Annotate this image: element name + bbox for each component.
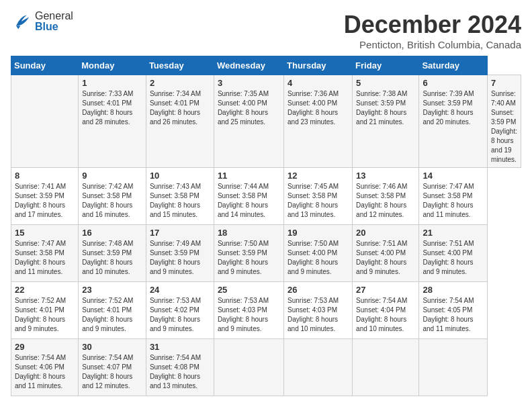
- table-cell: 22Sunrise: 7:52 AM Sunset: 4:01 PM Dayli…: [11, 282, 79, 339]
- table-cell: 21Sunrise: 7:51 AM Sunset: 4:00 PM Dayli…: [419, 225, 488, 282]
- day-info: Sunrise: 7:51 AM Sunset: 4:00 PM Dayligh…: [356, 239, 415, 277]
- day-info: Sunrise: 7:34 AM Sunset: 4:01 PM Dayligh…: [150, 89, 210, 127]
- calendar-week-3: 15Sunrise: 7:47 AM Sunset: 3:58 PM Dayli…: [11, 225, 521, 282]
- col-tuesday: Tuesday: [146, 56, 214, 75]
- day-info: Sunrise: 7:54 AM Sunset: 4:07 PM Dayligh…: [82, 353, 142, 391]
- calendar-week-1: 1Sunrise: 7:33 AM Sunset: 4:01 PM Daylig…: [11, 75, 521, 168]
- location-title: Penticton, British Columbia, Canada: [344, 39, 521, 50]
- month-title: December 2024: [344, 11, 521, 39]
- title-area: December 2024 Penticton, British Columbi…: [344, 11, 521, 50]
- table-cell: 27Sunrise: 7:54 AM Sunset: 4:04 PM Dayli…: [353, 282, 419, 339]
- day-info: Sunrise: 7:33 AM Sunset: 4:01 PM Dayligh…: [82, 89, 142, 127]
- day-number: 23: [82, 285, 142, 295]
- day-info: Sunrise: 7:38 AM Sunset: 3:59 PM Dayligh…: [356, 89, 415, 127]
- table-cell: 13Sunrise: 7:46 AM Sunset: 3:58 PM Dayli…: [353, 168, 419, 225]
- calendar-week-4: 22Sunrise: 7:52 AM Sunset: 4:01 PM Dayli…: [11, 282, 521, 339]
- table-cell: 20Sunrise: 7:51 AM Sunset: 4:00 PM Dayli…: [353, 225, 419, 282]
- day-number: 1: [82, 78, 142, 88]
- table-cell: [419, 339, 488, 396]
- table-cell: 24Sunrise: 7:53 AM Sunset: 4:02 PM Dayli…: [146, 282, 214, 339]
- day-number: 4: [287, 78, 349, 88]
- page-header: General Blue December 2024 Penticton, Br…: [11, 11, 521, 50]
- day-number: 13: [356, 171, 415, 181]
- day-info: Sunrise: 7:46 AM Sunset: 3:58 PM Dayligh…: [356, 182, 415, 220]
- day-number: 18: [218, 228, 280, 238]
- day-number: 6: [423, 78, 484, 88]
- calendar-table: Sunday Monday Tuesday Wednesday Thursday…: [11, 56, 521, 396]
- col-wednesday: Wednesday: [214, 56, 283, 75]
- day-number: 8: [15, 171, 75, 181]
- day-number: 9: [82, 171, 142, 181]
- table-cell: 9Sunrise: 7:42 AM Sunset: 3:58 PM Daylig…: [79, 168, 146, 225]
- day-info: Sunrise: 7:53 AM Sunset: 4:03 PM Dayligh…: [287, 296, 349, 334]
- day-number: 24: [150, 285, 210, 295]
- calendar-week-5: 29Sunrise: 7:54 AM Sunset: 4:06 PM Dayli…: [11, 339, 521, 396]
- day-info: Sunrise: 7:47 AM Sunset: 3:58 PM Dayligh…: [423, 182, 484, 220]
- logo-bird-icon: [11, 11, 32, 32]
- day-number: 21: [423, 228, 484, 238]
- day-number: 31: [150, 342, 210, 352]
- day-number: 12: [287, 171, 349, 181]
- table-cell: 29Sunrise: 7:54 AM Sunset: 4:06 PM Dayli…: [11, 339, 79, 396]
- day-info: Sunrise: 7:52 AM Sunset: 4:01 PM Dayligh…: [82, 296, 142, 334]
- day-number: 19: [287, 228, 349, 238]
- day-info: Sunrise: 7:40 AM Sunset: 3:59 PM Dayligh…: [491, 89, 517, 165]
- day-number: 22: [15, 285, 75, 295]
- col-sunday: Sunday: [11, 56, 79, 75]
- table-cell: [353, 339, 419, 396]
- table-cell: 5Sunrise: 7:38 AM Sunset: 3:59 PM Daylig…: [353, 75, 419, 168]
- table-cell: [11, 75, 79, 168]
- day-info: Sunrise: 7:50 AM Sunset: 4:00 PM Dayligh…: [287, 239, 349, 277]
- table-cell: 14Sunrise: 7:47 AM Sunset: 3:58 PM Dayli…: [419, 168, 488, 225]
- day-number: 16: [82, 228, 142, 238]
- day-number: 5: [356, 78, 415, 88]
- day-info: Sunrise: 7:45 AM Sunset: 3:58 PM Dayligh…: [287, 182, 349, 220]
- table-cell: 7Sunrise: 7:40 AM Sunset: 3:59 PM Daylig…: [488, 75, 521, 168]
- day-info: Sunrise: 7:36 AM Sunset: 4:00 PM Dayligh…: [287, 89, 349, 127]
- logo-text: General Blue: [35, 11, 73, 32]
- day-number: 10: [150, 171, 210, 181]
- table-cell: 12Sunrise: 7:45 AM Sunset: 3:58 PM Dayli…: [284, 168, 353, 225]
- table-cell: 25Sunrise: 7:53 AM Sunset: 4:03 PM Dayli…: [214, 282, 283, 339]
- col-friday: Friday: [353, 56, 419, 75]
- table-cell: 26Sunrise: 7:53 AM Sunset: 4:03 PM Dayli…: [284, 282, 353, 339]
- table-cell: 2Sunrise: 7:34 AM Sunset: 4:01 PM Daylig…: [146, 75, 214, 168]
- table-cell: [284, 339, 353, 396]
- col-monday: Monday: [79, 56, 146, 75]
- day-number: 26: [287, 285, 349, 295]
- day-info: Sunrise: 7:52 AM Sunset: 4:01 PM Dayligh…: [15, 296, 75, 334]
- day-info: Sunrise: 7:53 AM Sunset: 4:02 PM Dayligh…: [150, 296, 210, 334]
- table-cell: 30Sunrise: 7:54 AM Sunset: 4:07 PM Dayli…: [79, 339, 146, 396]
- day-number: 3: [218, 78, 280, 88]
- day-info: Sunrise: 7:35 AM Sunset: 4:00 PM Dayligh…: [218, 89, 280, 127]
- day-number: 17: [150, 228, 210, 238]
- day-info: Sunrise: 7:41 AM Sunset: 3:59 PM Dayligh…: [15, 182, 75, 220]
- logo: General Blue: [11, 11, 73, 32]
- day-info: Sunrise: 7:39 AM Sunset: 3:59 PM Dayligh…: [423, 89, 484, 127]
- table-cell: 10Sunrise: 7:43 AM Sunset: 3:58 PM Dayli…: [146, 168, 214, 225]
- table-cell: 1Sunrise: 7:33 AM Sunset: 4:01 PM Daylig…: [79, 75, 146, 168]
- table-cell: 23Sunrise: 7:52 AM Sunset: 4:01 PM Dayli…: [79, 282, 146, 339]
- day-info: Sunrise: 7:53 AM Sunset: 4:03 PM Dayligh…: [218, 296, 280, 334]
- day-info: Sunrise: 7:54 AM Sunset: 4:08 PM Dayligh…: [150, 353, 210, 391]
- calendar-header-row: Sunday Monday Tuesday Wednesday Thursday…: [11, 56, 521, 75]
- table-cell: 31Sunrise: 7:54 AM Sunset: 4:08 PM Dayli…: [146, 339, 214, 396]
- table-cell: 17Sunrise: 7:49 AM Sunset: 3:59 PM Dayli…: [146, 225, 214, 282]
- day-number: 11: [218, 171, 280, 181]
- table-cell: 28Sunrise: 7:54 AM Sunset: 4:05 PM Dayli…: [419, 282, 488, 339]
- table-cell: 8Sunrise: 7:41 AM Sunset: 3:59 PM Daylig…: [11, 168, 79, 225]
- day-number: 30: [82, 342, 142, 352]
- day-number: 7: [491, 78, 517, 88]
- table-cell: 19Sunrise: 7:50 AM Sunset: 4:00 PM Dayli…: [284, 225, 353, 282]
- table-cell: 3Sunrise: 7:35 AM Sunset: 4:00 PM Daylig…: [214, 75, 283, 168]
- table-cell: [214, 339, 283, 396]
- calendar-week-2: 8Sunrise: 7:41 AM Sunset: 3:59 PM Daylig…: [11, 168, 521, 225]
- day-info: Sunrise: 7:51 AM Sunset: 4:00 PM Dayligh…: [423, 239, 484, 277]
- day-number: 20: [356, 228, 415, 238]
- day-info: Sunrise: 7:54 AM Sunset: 4:06 PM Dayligh…: [15, 353, 75, 391]
- table-cell: 11Sunrise: 7:44 AM Sunset: 3:58 PM Dayli…: [214, 168, 283, 225]
- day-info: Sunrise: 7:43 AM Sunset: 3:58 PM Dayligh…: [150, 182, 210, 220]
- table-cell: 16Sunrise: 7:48 AM Sunset: 3:59 PM Dayli…: [79, 225, 146, 282]
- day-info: Sunrise: 7:50 AM Sunset: 3:59 PM Dayligh…: [218, 239, 280, 277]
- table-cell: 6Sunrise: 7:39 AM Sunset: 3:59 PM Daylig…: [419, 75, 488, 168]
